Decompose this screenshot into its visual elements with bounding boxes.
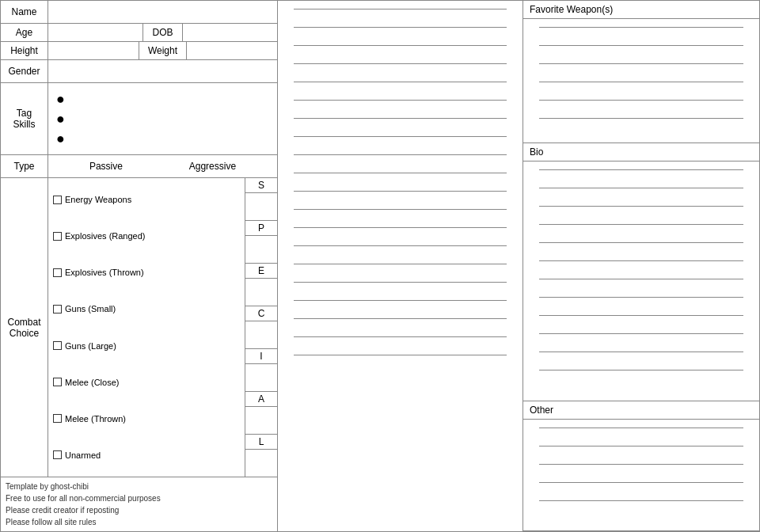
combat-option-melee-thrown[interactable]: Melee (Thrown)	[53, 413, 240, 424]
bullet-icon-2: ●	[56, 112, 65, 126]
fav-line-6	[539, 118, 743, 119]
checkbox-guns-large[interactable]	[53, 341, 62, 350]
checkbox-explosives-thrown[interactable]	[53, 268, 62, 277]
fav-weapons-content	[523, 19, 759, 142]
fav-line-2	[539, 45, 743, 46]
special-a-value[interactable]	[245, 407, 277, 434]
fav-line-5	[539, 100, 743, 101]
combat-option-guns-small[interactable]: Guns (Small)	[53, 303, 240, 314]
mid-line-12	[294, 209, 507, 210]
dob-label: DOB	[143, 24, 183, 41]
name-value[interactable]	[48, 1, 277, 23]
melee-close-label: Melee (Close)	[65, 378, 119, 387]
fav-line-3	[539, 63, 743, 64]
special-a-letter: A	[245, 392, 277, 407]
type-options: Passive Aggressive	[48, 155, 277, 177]
special-e-value[interactable]	[245, 279, 277, 306]
footer-line-2: Free to use for all non-commercial purpo…	[6, 492, 272, 504]
other-line-3	[539, 464, 743, 465]
tag-bullets-container: ● ● ●	[48, 83, 277, 154]
guns-small-label: Guns (Small)	[65, 304, 116, 314]
combat-section: CombatChoice Energy Weapons Explosives (…	[1, 178, 277, 477]
combat-option-explosives-thrown[interactable]: Explosives (Thrown)	[53, 267, 240, 278]
mid-line-9	[294, 154, 507, 155]
special-l-value[interactable]	[245, 450, 277, 477]
special-i-letter: I	[245, 349, 277, 364]
other-content	[523, 420, 759, 530]
special-s-value[interactable]	[245, 193, 277, 220]
mid-line-20	[294, 355, 507, 355]
dob-value[interactable]	[183, 24, 277, 41]
fav-line-1	[539, 27, 743, 28]
mid-line-18	[294, 318, 507, 319]
other-line-2	[539, 446, 743, 446]
page: Name Age DOB Height Weight Gender TagSki…	[0, 0, 760, 532]
special-c-value[interactable]	[245, 321, 277, 348]
combat-label: CombatChoice	[1, 178, 48, 477]
special-p-letter: P	[245, 221, 277, 236]
bullet-icon-1: ●	[56, 92, 65, 106]
bio-line-1	[539, 169, 743, 170]
mid-line-3	[294, 45, 507, 46]
height-value[interactable]	[48, 42, 139, 59]
aggressive-label: Aggressive	[189, 161, 236, 172]
bio-line-6	[539, 260, 743, 261]
mid-line-8	[294, 136, 507, 137]
checkbox-guns-small[interactable]	[53, 305, 62, 314]
type-label: Type	[1, 155, 48, 177]
mid-line-7	[294, 118, 507, 119]
weight-value[interactable]	[187, 42, 277, 59]
tag-bullet-3: ●	[56, 130, 269, 147]
height-label: Height	[1, 42, 48, 59]
name-label: Name	[1, 1, 48, 23]
gender-label: Gender	[1, 60, 48, 82]
combat-option-guns-large[interactable]: Guns (Large)	[53, 340, 240, 352]
special-s-letter: S	[245, 178, 277, 193]
mid-line-5	[294, 82, 507, 82]
bio-line-2	[539, 188, 743, 188]
checkbox-energy-weapons[interactable]	[53, 196, 62, 204]
gender-row: Gender	[1, 60, 277, 83]
energy-weapons-label: Energy Weapons	[65, 195, 131, 204]
mid-line-15	[294, 264, 507, 264]
other-section: Other	[523, 401, 759, 531]
name-row: Name	[1, 1, 277, 24]
special-i-value[interactable]	[245, 364, 277, 391]
combat-option-energy-weapons[interactable]: Energy Weapons	[53, 194, 240, 205]
bio-line-8	[539, 297, 743, 298]
mid-line-11	[294, 191, 507, 192]
mid-line-1	[294, 9, 507, 10]
mid-lines-section	[278, 1, 522, 531]
mid-line-19	[294, 336, 507, 337]
special-p-value[interactable]	[245, 236, 277, 263]
unarmed-label: Unarmed	[65, 450, 101, 460]
combat-option-unarmed[interactable]: Unarmed	[53, 450, 240, 461]
footer-line-4: Please follow all site rules	[6, 516, 272, 528]
bio-line-12	[539, 370, 743, 370]
special-column: S P E C I	[245, 178, 277, 477]
checkbox-unarmed[interactable]	[53, 450, 62, 459]
checkbox-explosives-ranged[interactable]	[53, 232, 62, 241]
bio-header: Bio	[523, 143, 759, 162]
mid-line-17	[294, 300, 507, 301]
other-line-4	[539, 482, 743, 483]
age-row: Age DOB	[1, 24, 277, 42]
combat-option-explosives-ranged[interactable]: Explosives (Ranged)	[53, 230, 240, 241]
tag-bullet-1: ●	[56, 90, 269, 108]
bio-line-3	[539, 206, 743, 207]
gender-value[interactable]	[48, 60, 277, 82]
mid-line-14	[294, 245, 507, 246]
bio-line-4	[539, 224, 743, 225]
age-value[interactable]	[48, 24, 143, 41]
checkbox-melee-thrown[interactable]	[53, 414, 62, 423]
age-label: Age	[1, 24, 48, 41]
footer: Template by ghost-chibi Free to use for …	[1, 477, 277, 531]
middle-panel	[278, 1, 523, 531]
other-line-1	[539, 428, 743, 428]
left-panel: Name Age DOB Height Weight Gender TagSki…	[1, 1, 278, 531]
combat-option-melee-close[interactable]: Melee (Close)	[53, 377, 240, 388]
explosives-thrown-label: Explosives (Thrown)	[65, 268, 144, 277]
special-c: C	[245, 306, 277, 349]
checkbox-melee-close[interactable]	[53, 378, 62, 386]
special-l: L	[245, 435, 277, 477]
